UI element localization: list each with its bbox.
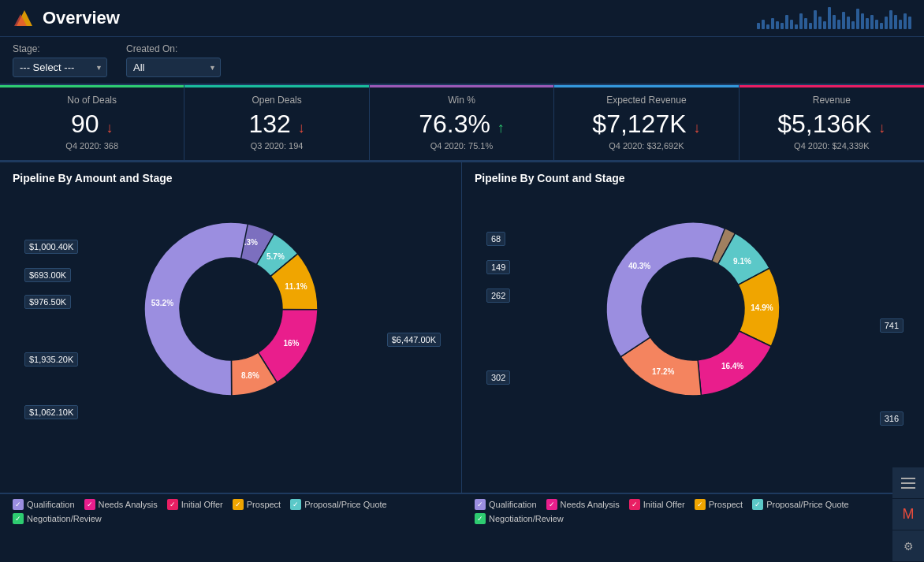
legend-label: Proposal/Price Quote <box>304 500 387 509</box>
arrow-down: ↓ <box>298 120 305 136</box>
chart-label: $1,935.20K <box>24 352 78 367</box>
legend-color: ✓ <box>475 513 486 524</box>
arrow-down: ↓ <box>106 120 113 136</box>
legend-item-initial-offer: ✓ Initial Offer <box>167 499 223 510</box>
legend-section: ✓ Qualification ✓ Needs Analysis ✓ Initi… <box>0 493 924 529</box>
kpi-compare: Q4 2020: $32,692K <box>567 141 725 151</box>
spark-bar <box>804 18 807 29</box>
right-legend: ✓ Qualification ✓ Needs Analysis ✓ Initi… <box>462 493 924 529</box>
segment-label-5: 40.3% <box>628 262 650 270</box>
kpi-value: 132 ↓ <box>197 110 356 138</box>
spark-bar <box>908 17 911 29</box>
legend-label: Initial Offer <box>643 500 685 509</box>
chart-label: $1,062.10K <box>24 405 78 419</box>
legend-item-proposal/price-quote: ✓ Proposal/Price Quote <box>752 499 849 510</box>
spark-bar <box>799 13 803 29</box>
spark-bar <box>795 24 798 29</box>
legend-label: Negotiation/Review <box>489 514 564 523</box>
left-donut-svg: 8.3%5.7%11.1%16%8.8%53.2% <box>129 207 333 411</box>
segment-label-2: 14.9% <box>751 303 773 312</box>
spark-bar <box>757 23 760 29</box>
created-select[interactable]: All <box>126 58 221 77</box>
kpi-value: 76.3% ↑ <box>382 110 541 138</box>
segment-label-5: 53.2% <box>151 299 173 307</box>
legend-color: ✓ <box>752 499 763 510</box>
spark-bar <box>809 23 812 29</box>
kpi-card-no-of-deals: No of Deals 90 ↓ Q4 2020: 368 <box>0 85 184 160</box>
created-label: Created On: <box>126 43 221 54</box>
svg-rect-4 <box>901 487 915 489</box>
spark-bar <box>851 21 855 29</box>
legend-item-qualification: ✓ Qualification <box>13 499 75 510</box>
segment-label-3: 16.4% <box>721 362 743 370</box>
left-legend: ✓ Qualification ✓ Needs Analysis ✓ Initi… <box>0 493 462 529</box>
spark-bar <box>875 20 878 29</box>
legend-label: Qualification <box>27 500 75 509</box>
left-chart-title: Pipeline By Amount and Stage <box>13 172 449 184</box>
sidebar-icon-user[interactable]: M <box>892 499 924 530</box>
segment-label-2: 11.1% <box>285 282 307 291</box>
legend-color: ✓ <box>84 499 95 510</box>
kpi-label: Win % <box>382 95 541 106</box>
spark-bar <box>814 10 817 29</box>
created-filter-group: Created On: All <box>126 43 221 77</box>
legend-color: ✓ <box>167 499 178 510</box>
right-donut-svg: 8.1%9.1%14.9%16.4%17.2%40.3% <box>591 207 795 411</box>
kpi-label: Open Deals <box>197 95 356 106</box>
legend-item-proposal/price-quote: ✓ Proposal/Price Quote <box>290 499 387 510</box>
spark-bar <box>894 15 897 29</box>
legend-item-qualification: ✓ Qualification <box>475 499 537 510</box>
spark-bar <box>885 17 888 29</box>
arrow-up: ↑ <box>497 120 505 136</box>
chart-label: 68 <box>486 232 505 246</box>
donut-segment-5 <box>606 222 725 357</box>
legend-label: Needs Analysis <box>99 500 158 509</box>
segment-label-4: 8.8% <box>241 371 259 380</box>
stage-select-wrapper[interactable]: --- Select --- <box>13 58 107 77</box>
kpi-compare: Q4 2020: $24,339K <box>752 141 911 151</box>
chart-label: $6,447.00K <box>387 333 441 347</box>
legend-item-negotiation/review: ✓ Negotiation/Review <box>13 513 102 524</box>
legend-label: Qualification <box>489 500 537 509</box>
segment-label-4: 17.2% <box>652 367 674 376</box>
spark-bar <box>781 23 784 29</box>
sidebar-icon-settings[interactable]: ⚙ <box>892 530 924 562</box>
chart-label: 316 <box>880 411 904 426</box>
spark-bar <box>833 15 836 29</box>
stage-select[interactable]: --- Select --- <box>13 58 107 77</box>
legend-color: ✓ <box>546 499 557 510</box>
legend-label: Prospect <box>247 500 281 509</box>
legend-color: ✓ <box>695 499 706 510</box>
legend-item-prospect: ✓ Prospect <box>233 499 281 510</box>
legend-label: Proposal/Price Quote <box>766 500 849 509</box>
sidebar-icon-menu[interactable] <box>892 467 924 499</box>
left-chart-panel: Pipeline By Amount and Stage 8.3%5.7%11.… <box>0 162 462 493</box>
svg-rect-2 <box>901 478 915 479</box>
left-donut-container: 8.3%5.7%11.1%16%8.8%53.2% $1,000.40K$693… <box>13 191 449 427</box>
kpi-label: No of Deals <box>13 95 171 106</box>
kpi-card-open-deals: Open Deals 132 ↓ Q3 2020: 194 <box>184 85 369 160</box>
chart-label: 741 <box>880 318 904 333</box>
spark-bar <box>785 15 788 29</box>
kpi-value: $7,127K ↓ <box>567 110 725 138</box>
logo: Overview <box>13 6 120 30</box>
chart-label: $1,000.40K <box>24 240 78 254</box>
svg-rect-3 <box>901 482 915 484</box>
segment-label-3: 16% <box>283 339 299 348</box>
kpi-value: $5,136K ↓ <box>752 110 911 138</box>
created-select-wrapper[interactable]: All <box>126 58 221 77</box>
segment-label-1: 5.7% <box>266 252 285 261</box>
header: Overview <box>0 0 924 37</box>
legend-color: ✓ <box>290 499 301 510</box>
spark-bar <box>861 13 864 29</box>
kpi-compare: Q3 2020: 194 <box>197 141 356 151</box>
kpi-value: 90 ↓ <box>13 110 171 138</box>
legend-label: Initial Offer <box>181 500 223 509</box>
legend-color: ✓ <box>475 499 486 510</box>
legend-color: ✓ <box>233 499 244 510</box>
kpi-compare: Q4 2020: 75.1% <box>382 141 541 151</box>
legend-item-initial-offer: ✓ Initial Offer <box>629 499 685 510</box>
kpi-card-revenue: Revenue $5,136K ↓ Q4 2020: $24,339K <box>740 85 924 160</box>
logo-icon <box>13 6 36 30</box>
spark-bar <box>880 23 883 29</box>
